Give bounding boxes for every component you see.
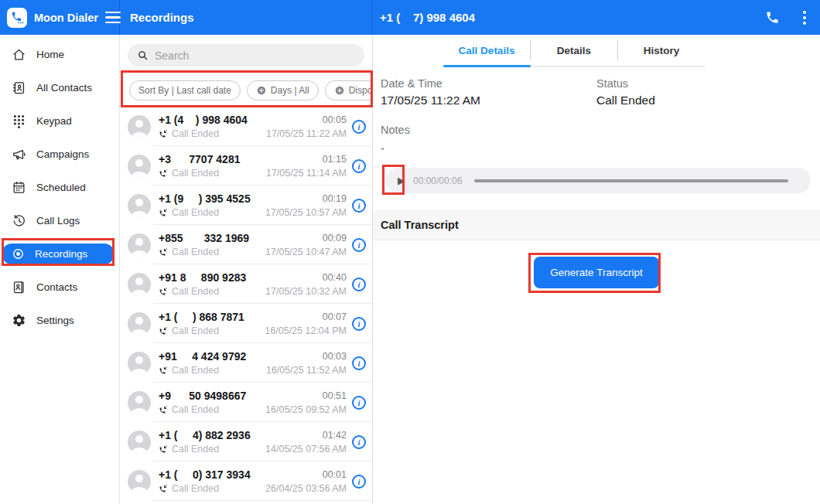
call-number-title: +1 ( 7) 998 4604	[380, 11, 475, 24]
tab-label: Details	[557, 45, 591, 56]
avatar	[128, 470, 151, 493]
avatar	[128, 352, 151, 375]
sidebar-item-campaigns[interactable]: Campaigns	[0, 138, 119, 171]
info-icon[interactable]: i	[352, 199, 366, 213]
call-timestamp: 16/05/25 09:52 AM	[265, 404, 347, 415]
recording-row[interactable]: +855 332 1969 Call Ended 00:09 17/05/25 …	[120, 225, 372, 264]
call-timestamp: 14/05/25 07:56 AM	[265, 444, 347, 455]
filter-chip-days-all[interactable]: Days | All	[247, 80, 319, 100]
call-status: Call Ended	[172, 128, 219, 139]
contacts-icon	[12, 280, 26, 295]
avatar	[128, 312, 151, 335]
recording-row[interactable]: +91 8 890 9283 Call Ended 00:40 17/05/25…	[120, 264, 372, 304]
call-ended-icon	[159, 247, 168, 257]
status-label: Status	[596, 77, 812, 90]
recording-row[interactable]: +1 (4 ) 998 4604 Call Ended 00:05 17/05/…	[120, 107, 372, 146]
recording-row[interactable]: +1 ( ) 868 7871 Call Ended 00:07 16/05/2…	[120, 304, 372, 343]
recording-row[interactable]: +1 (9 ) 395 4525 Call Ended 00:19 17/05/…	[120, 186, 372, 225]
call-number: +3 7707 4281	[159, 153, 258, 165]
sidebar-item-settings[interactable]: Settings	[0, 304, 119, 337]
info-icon[interactable]: i	[352, 317, 366, 331]
call-status: Call Ended	[172, 286, 219, 297]
info-icon[interactable]: i	[352, 435, 366, 449]
avatar	[128, 155, 151, 178]
app-title: Moon Dialer	[34, 12, 98, 24]
call-duration: 00:07	[323, 312, 347, 322]
scheduled-icon	[12, 180, 26, 195]
recording-row[interactable]: +91 4 424 9792 Call Ended 00:03 16/05/25…	[120, 343, 372, 383]
generate-transcript-button[interactable]: Generate Transcript	[534, 257, 659, 288]
call-duration: 01:42	[323, 430, 347, 441]
date-time-field: Date & Time 17/05/25 11:22 AM	[381, 77, 596, 107]
call-status: Call Ended	[172, 444, 219, 455]
sidebar-item-contacts[interactable]: Contacts	[0, 271, 119, 304]
call-duration: 00:19	[323, 193, 347, 204]
phone-icon[interactable]	[765, 10, 780, 25]
recordings-panel: Sort By | Last call date Days | All Disp…	[120, 35, 372, 504]
filter-chip-disposition[interactable]: Disposition	[325, 80, 372, 100]
sidebar-item-label: Scheduled	[36, 182, 86, 193]
date-time-label: Date & Time	[381, 77, 596, 90]
info-icon[interactable]: i	[352, 278, 366, 291]
recording-row[interactable]: +3 7707 4281 Call Ended 01:15 17/05/25 1…	[120, 146, 372, 186]
sidebar-item-recordings[interactable]: Recordings	[2, 243, 114, 264]
call-status: Call Ended	[172, 365, 219, 376]
call-status: Call Ended	[172, 404, 219, 415]
sidebar-item-label: Recordings	[35, 248, 87, 260]
call-duration: 00:03	[323, 351, 347, 362]
plus-circle-icon	[256, 85, 267, 96]
sidebar-item-label: Settings	[36, 315, 74, 326]
call-status: Call Ended	[172, 325, 219, 336]
search-input[interactable]	[155, 49, 355, 62]
campaigns-icon	[12, 147, 26, 162]
call-number: +9 50 9498667	[159, 390, 258, 402]
call-duration: 00:05	[323, 114, 347, 125]
call-duration: 01:15	[323, 154, 347, 165]
player-progress-bar[interactable]	[474, 179, 788, 182]
recording-row[interactable]: +9 50 9498667 Call Ended 00:51 16/05/25 …	[120, 383, 372, 422]
sidebar-item-call-logs[interactable]: Call Logs	[0, 204, 119, 237]
call-status: Call Ended	[172, 483, 219, 494]
status-field: Status Call Ended	[596, 77, 812, 107]
all-contacts-icon	[12, 80, 26, 95]
sidebar-item-keypad[interactable]: Keypad	[0, 104, 119, 138]
call-ended-icon	[159, 208, 168, 217]
play-icon[interactable]: ▶	[394, 175, 409, 186]
filter-chip-sort-by-last-call-date[interactable]: Sort By | Last call date	[129, 80, 241, 100]
recording-row[interactable]: +1 ( 4) 882 2936 Call Ended 01:42 14/05/…	[120, 422, 372, 461]
avatar	[128, 233, 151, 257]
call-ended-icon	[159, 484, 168, 493]
info-icon[interactable]: i	[352, 396, 366, 410]
call-timestamp: 17/05/25 11:22 AM	[266, 128, 347, 139]
section-title: Recordings	[130, 11, 194, 24]
call-ended-icon	[159, 405, 168, 414]
filter-chip-label: Disposition	[349, 85, 372, 96]
tab-history[interactable]: History	[617, 40, 705, 60]
info-icon[interactable]: i	[352, 356, 366, 370]
info-icon[interactable]: i	[352, 475, 366, 489]
audio-player: ▶ 00:00/00:06	[386, 168, 811, 193]
kebab-menu-icon[interactable]	[801, 9, 808, 26]
info-icon[interactable]: i	[352, 238, 366, 252]
call-ended-icon	[159, 366, 168, 375]
call-number: +91 8 890 9283	[159, 271, 258, 284]
tab-details[interactable]: Details	[530, 40, 617, 60]
call-duration: 00:51	[323, 390, 347, 401]
tab-label: History	[644, 45, 680, 56]
sidebar-item-all-contacts[interactable]: All Contacts	[0, 71, 119, 104]
call-duration: 00:09	[323, 233, 347, 243]
info-icon[interactable]: i	[352, 120, 366, 134]
sidebar-item-label: All Contacts	[36, 82, 92, 94]
recording-row[interactable]: +1 ( 0) 317 3934 Call Ended 00:01 26/04/…	[120, 461, 372, 501]
tab-call-details[interactable]: Call Details	[443, 40, 530, 60]
call-timestamp: 17/05/25 10:47 AM	[265, 247, 347, 257]
hamburger-menu-icon[interactable]	[105, 12, 121, 24]
search-bar	[128, 44, 364, 66]
call-timestamp: 16/05/25 12:04 PM	[265, 325, 347, 336]
sidebar-item-home[interactable]: Home	[0, 38, 119, 71]
call-number: +855 332 1969	[159, 232, 258, 244]
settings-icon	[12, 313, 26, 328]
info-icon[interactable]: i	[352, 159, 366, 173]
sidebar-item-scheduled[interactable]: Scheduled	[0, 171, 119, 204]
call-timestamp: 17/05/25 11:14 AM	[266, 168, 347, 179]
